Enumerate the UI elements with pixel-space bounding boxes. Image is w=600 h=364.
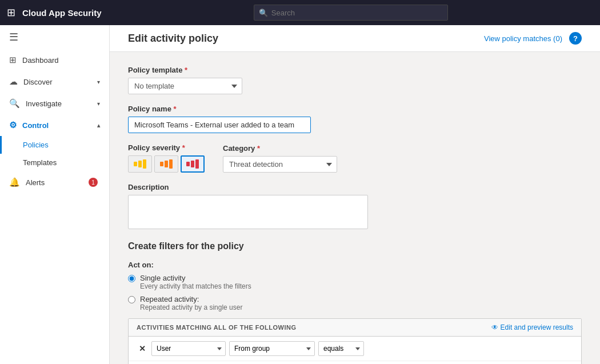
sidebar-sub-label-policies: Policies <box>23 141 49 149</box>
form-area: Policy template * No template Policy nam… <box>110 52 600 364</box>
sidebar-item-investigate[interactable]: 🔍 Investigate ▾ <box>0 93 109 114</box>
alerts-icon: 🔔 <box>9 177 20 187</box>
view-policy-matches-link[interactable]: View policy matches (0) <box>484 34 562 43</box>
policy-template-group: Policy template * No template <box>128 66 582 94</box>
description-label: Description <box>128 183 582 191</box>
severity-category-row: Policy severity * <box>128 143 582 183</box>
sidebar-label-alerts: Alerts <box>26 178 89 187</box>
filter-1-col2[interactable]: From group <box>229 341 315 356</box>
sidebar-label-discover: Discover <box>23 78 97 86</box>
control-icon: ⚙ <box>9 120 17 130</box>
search-bar: 🔍 <box>254 5 448 21</box>
policy-name-input[interactable] <box>128 117 311 133</box>
policy-template-select[interactable]: No template <box>128 78 242 94</box>
severity-low-button[interactable] <box>128 155 152 173</box>
radio-single-input[interactable] <box>128 275 135 282</box>
search-icon: 🔍 <box>259 9 268 17</box>
sidebar-toggle[interactable]: ☰ <box>0 25 109 49</box>
radio-single-activity[interactable]: Single activity Every activity that matc… <box>128 274 582 290</box>
sidebar-item-discover[interactable]: ☁ Discover ▾ <box>0 71 109 93</box>
app-title: Cloud App Security <box>22 8 102 18</box>
filter-remove-1[interactable]: ✕ <box>137 343 148 354</box>
sidebar-item-control[interactable]: ⚙ Control ▴ <box>0 114 109 136</box>
eye-icon: 👁 <box>491 323 498 331</box>
sev-bar-med-2 <box>165 161 168 167</box>
category-select[interactable]: Threat detection Access control Data los… <box>223 156 337 173</box>
filter-1-col3[interactable]: equals <box>318 341 364 356</box>
waffle-icon[interactable]: ⊞ <box>7 6 15 19</box>
top-nav: ⊞ Cloud App Security 🔍 <box>0 0 600 25</box>
radio-repeated-title: Repeated activity: <box>140 295 242 303</box>
filter-row-1: ✕ User From group equals <box>129 337 581 361</box>
header-actions: View policy matches (0) ? <box>484 32 582 45</box>
required-star: * <box>185 66 187 74</box>
content-header: Edit activity policy View policy matches… <box>110 25 600 52</box>
discover-icon: ☁ <box>9 77 18 87</box>
severity-buttons <box>128 155 205 173</box>
policy-name-label: Policy name * <box>128 105 582 113</box>
page-title: Edit activity policy <box>128 33 218 45</box>
policy-name-group: Policy name * <box>128 105 582 133</box>
sidebar-item-dashboard[interactable]: ⊞ Dashboard <box>0 49 109 71</box>
sidebar-label-investigate: Investigate <box>26 99 97 108</box>
severity-high-button[interactable] <box>181 155 205 173</box>
dashboard-icon: ⊞ <box>9 55 17 65</box>
sev-bar-low-2 <box>138 161 142 167</box>
sev-bar-low-1 <box>134 162 137 166</box>
category-group: Category * Threat detection Access contr… <box>223 144 337 173</box>
severity-medium-button[interactable] <box>154 155 178 173</box>
filters-header-label: ACTIVITIES MATCHING ALL OF THE FOLLOWING <box>137 324 297 331</box>
sev-bar-med-3 <box>169 159 173 169</box>
edit-preview-label: Edit and preview results <box>501 323 573 331</box>
filter-row-1-sub: External users as Activity object only ⓘ <box>129 361 581 364</box>
act-on-label: Act on: <box>128 261 582 269</box>
filter-1-col1[interactable]: User <box>151 341 226 356</box>
description-textarea[interactable] <box>128 195 368 229</box>
description-group: Description <box>128 183 582 231</box>
radio-repeated-input[interactable] <box>128 296 135 303</box>
radio-single-desc: Every activity that matches the filters <box>140 282 251 290</box>
radio-single-title: Single activity <box>140 274 251 282</box>
filters-section: Create filters for the policy Act on: Si… <box>128 241 582 364</box>
content-area: Edit activity policy View policy matches… <box>110 25 600 364</box>
sidebar-item-alerts[interactable]: 🔔 Alerts 1 <box>0 171 109 193</box>
category-label: Category * <box>223 144 337 153</box>
chevron-down-icon: ▾ <box>97 101 100 107</box>
sev-bar-high-1 <box>186 162 190 166</box>
filters-header: ACTIVITIES MATCHING ALL OF THE FOLLOWING… <box>129 319 581 337</box>
main-layout: ☰ ⊞ Dashboard ☁ Discover ▾ 🔍 Investigate… <box>0 25 600 364</box>
sidebar-sub-item-templates[interactable]: Templates <box>0 154 109 171</box>
radio-repeated-activity[interactable]: Repeated activity: Repeated activity by … <box>128 295 582 311</box>
sidebar-sub-item-policies[interactable]: Policies <box>0 136 109 154</box>
policy-template-label: Policy template * <box>128 66 582 74</box>
sev-bar-med-1 <box>160 162 163 166</box>
sev-bar-high-2 <box>191 161 194 167</box>
chevron-up-icon: ▴ <box>97 122 100 129</box>
search-input[interactable] <box>271 9 443 17</box>
investigate-icon: 🔍 <box>9 98 20 109</box>
sidebar: ☰ ⊞ Dashboard ☁ Discover ▾ 🔍 Investigate… <box>0 25 110 364</box>
sidebar-label-control: Control <box>22 121 97 130</box>
help-icon[interactable]: ? <box>569 32 582 45</box>
chevron-down-icon: ▾ <box>97 79 100 85</box>
sidebar-sub-label-templates: Templates <box>23 158 57 167</box>
sidebar-label-dashboard: Dashboard <box>22 56 100 65</box>
sev-bar-high-3 <box>195 159 199 169</box>
sev-bar-low-3 <box>143 159 146 169</box>
edit-preview-button[interactable]: 👁 Edit and preview results <box>491 323 573 331</box>
required-star-2: * <box>174 105 177 113</box>
policy-severity-label: Policy severity * <box>128 143 205 152</box>
filters-box: ACTIVITIES MATCHING ALL OF THE FOLLOWING… <box>128 318 582 364</box>
policy-severity-group: Policy severity * <box>128 143 205 173</box>
filters-section-title: Create filters for the policy <box>128 241 582 251</box>
alert-badge: 1 <box>89 178 98 187</box>
radio-repeated-desc: Repeated activity by a single user <box>140 303 242 311</box>
